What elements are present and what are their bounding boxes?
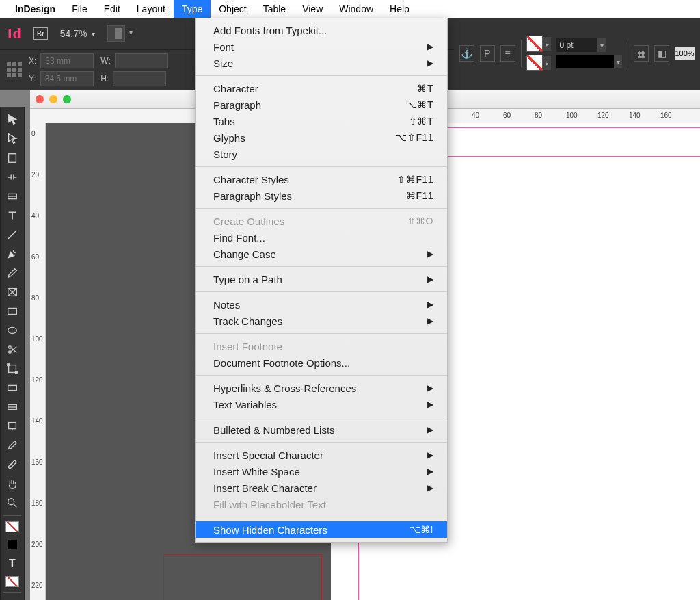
menubar: InDesign File Edit Layout Type Object Ta… [0,0,700,18]
menu-edit[interactable]: Edit [96,0,129,18]
menu-object[interactable]: Object [211,0,254,18]
menu-file[interactable]: File [64,0,96,18]
menu-table[interactable]: Table [255,0,294,18]
menu-layout[interactable]: Layout [129,0,174,18]
app-name: InDesign [7,0,64,18]
menu-help[interactable]: Help [381,0,418,18]
menu-window[interactable]: Window [331,0,381,18]
menu-type[interactable]: Type [174,0,211,18]
menu-view[interactable]: View [294,0,331,18]
